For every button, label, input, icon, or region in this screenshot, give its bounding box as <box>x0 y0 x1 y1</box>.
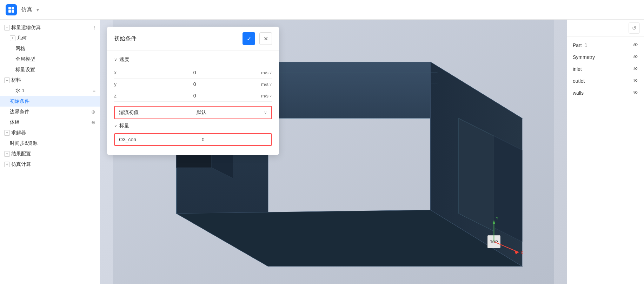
turbulence-row: 湍流初值 默认 ∨ <box>114 106 272 119</box>
scalar-section-header[interactable]: ∨ 标量 <box>114 123 272 129</box>
top-bar: 仿真 ▾ <box>0 0 644 20</box>
scalar-field-label: O3_con <box>119 137 136 142</box>
sidebar-item-sim-calc[interactable]: + 仿真计算 <box>0 159 100 170</box>
visibility-item-part1[interactable]: Part_1 👁 <box>567 39 644 51</box>
initial-conditions-modal: 初始条件 ✓ ✕ ∨ 速度 x <box>107 27 279 155</box>
sidebar-item-global-model[interactable]: 全局模型 <box>0 54 100 65</box>
eye-icon-walls[interactable]: 👁 <box>633 90 638 96</box>
right-panel-toolbar: ↺ <box>567 20 644 36</box>
modal-overlay: 初始条件 ✓ ✕ ∨ 速度 x <box>100 20 567 284</box>
velocity-section-label: 速度 <box>119 56 129 63</box>
scalar-arrow: ∨ <box>114 123 117 128</box>
modal-title: 初始条件 <box>114 35 238 42</box>
velocity-y-unit: m/s ∨ <box>261 82 272 87</box>
inlet-label: inlet <box>573 66 633 72</box>
velocity-x-label: x <box>114 70 128 75</box>
sidebar-item-geometry[interactable]: + 几何 <box>0 33 100 43</box>
scalar-field-row: O3_con <box>114 133 272 146</box>
sidebar-item-mesh[interactable]: 网格 <box>0 43 100 54</box>
refresh-button[interactable]: ↺ <box>629 22 640 34</box>
visibility-item-outlet[interactable]: outlet 👁 <box>567 75 644 87</box>
svg-rect-1 <box>12 7 14 9</box>
velocity-y-row: y m/s ∨ <box>114 79 272 90</box>
menu-icon: ≡ <box>93 88 95 94</box>
svg-rect-2 <box>8 10 11 13</box>
sidebar-item-material[interactable]: − 材料 <box>0 75 100 86</box>
viewport-3d: TOP Y X 初始条件 ✓ ✕ <box>100 20 567 284</box>
symmetry-label: Symmetry <box>573 54 633 60</box>
turbulence-dropdown-icon[interactable]: ∨ <box>264 110 267 115</box>
sidebar-item-water1[interactable]: 水 1 ≡ <box>0 86 100 96</box>
sidebar-item-solver[interactable]: + 求解器 <box>0 128 100 138</box>
eye-icon-part1[interactable]: 👁 <box>633 42 638 48</box>
turbulence-label: 湍流初值 <box>119 109 139 116</box>
velocity-arrow: ∨ <box>114 57 117 62</box>
sidebar-label-timestep: 时间步&资源 <box>10 140 38 147</box>
visibility-list: Part_1 👁 Symmetry 👁 inlet 👁 outlet 👁 wal… <box>567 36 644 102</box>
minus-icon-material: − <box>4 77 10 83</box>
eye-icon-symmetry[interactable]: 👁 <box>633 54 638 60</box>
scalar-field-input[interactable] <box>139 137 267 142</box>
sidebar-item-initial-conditions[interactable]: 初始条件 <box>0 96 100 107</box>
visibility-item-symmetry[interactable]: Symmetry 👁 <box>567 51 644 63</box>
sidebar-item-body-group[interactable]: 体组 ⊕ <box>0 117 100 128</box>
eye-icon-inlet[interactable]: 👁 <box>633 66 638 72</box>
plus-icon-solver: + <box>4 130 10 136</box>
sidebar-label-body-group: 体组 <box>10 119 20 126</box>
add-icon-body[interactable]: ⊕ <box>91 120 95 125</box>
velocity-z-unit: m/s ∨ <box>261 93 272 99</box>
dropdown-arrow[interactable]: ▾ <box>36 7 39 13</box>
svg-rect-0 <box>8 7 11 9</box>
visibility-item-inlet[interactable]: inlet 👁 <box>567 63 644 75</box>
app-icon <box>6 4 17 15</box>
modal-confirm-button[interactable]: ✓ <box>243 32 255 45</box>
walls-label: walls <box>573 90 633 96</box>
velocity-x-unit: m/s ∨ <box>261 70 272 75</box>
sidebar-item-timestep[interactable]: 时间步&资源 <box>0 138 100 149</box>
part1-label: Part_1 <box>573 42 633 48</box>
sidebar-label-mesh: 网格 <box>15 46 25 52</box>
plus-icon-sim: + <box>4 162 10 167</box>
sidebar-label-material: 材料 <box>11 77 21 83</box>
turbulence-value: 默认 <box>141 109 261 116</box>
sidebar-label-scalar-settings: 标量设置 <box>15 67 35 73</box>
modal-header: 初始条件 ✓ ✕ <box>107 27 279 51</box>
sidebar-label-global-model: 全局模型 <box>15 56 35 62</box>
svg-rect-3 <box>12 10 14 13</box>
modal-body: ∨ 速度 x m/s ∨ <box>107 51 279 155</box>
content-area: TOP Y X 初始条件 ✓ ✕ <box>100 20 567 284</box>
velocity-section-header[interactable]: ∨ 速度 <box>114 56 272 63</box>
right-panel: ↺ Part_1 👁 Symmetry 👁 inlet 👁 outlet 👁 w… <box>567 20 644 284</box>
visibility-item-walls[interactable]: walls 👁 <box>567 87 644 99</box>
warning-icon: ! <box>94 25 95 31</box>
velocity-y-label: y <box>114 81 128 87</box>
plus-icon-result: + <box>4 151 10 157</box>
velocity-z-input[interactable] <box>131 93 258 99</box>
app-title: 仿真 <box>21 6 32 13</box>
refresh-icon: ↺ <box>632 25 636 31</box>
sidebar-label-result-config: 结果配置 <box>11 151 31 157</box>
velocity-y-input[interactable] <box>131 81 258 87</box>
sidebar-label-initial-conditions: 初始条件 <box>10 98 29 104</box>
add-icon-boundary[interactable]: ⊕ <box>91 109 95 115</box>
velocity-x-input[interactable] <box>131 70 258 75</box>
sidebar-item-scalar-transport[interactable]: − 标量运输仿真 ! <box>0 22 100 33</box>
sidebar-label-water1: 水 1 <box>15 88 25 94</box>
outlet-label: outlet <box>573 78 633 84</box>
sidebar-label-boundary-conditions: 边界条件 <box>10 109 29 115</box>
sidebar: − 标量运输仿真 ! + 几何 网格 全局模型 标量设置 − 材料 水 1 ≡ <box>0 20 100 284</box>
sidebar-label-geometry: 几何 <box>17 35 27 41</box>
plus-icon-geometry: + <box>10 35 15 41</box>
eye-icon-outlet[interactable]: 👁 <box>633 78 638 84</box>
velocity-x-row: x m/s ∨ <box>114 67 272 79</box>
sidebar-label-sim-calc: 仿真计算 <box>11 161 31 168</box>
velocity-z-row: z m/s ∨ <box>114 90 272 102</box>
main-layout: − 标量运输仿真 ! + 几何 网格 全局模型 标量设置 − 材料 水 1 ≡ <box>0 20 644 284</box>
sidebar-item-result-config[interactable]: + 结果配置 <box>0 149 100 159</box>
velocity-z-label: z <box>114 93 128 99</box>
minus-icon: − <box>4 25 10 31</box>
sidebar-item-boundary-conditions[interactable]: 边界条件 ⊕ <box>0 107 100 117</box>
modal-close-button[interactable]: ✕ <box>259 32 272 45</box>
sidebar-item-scalar-settings[interactable]: 标量设置 <box>0 65 100 75</box>
scalar-section-label: 标量 <box>119 123 129 129</box>
